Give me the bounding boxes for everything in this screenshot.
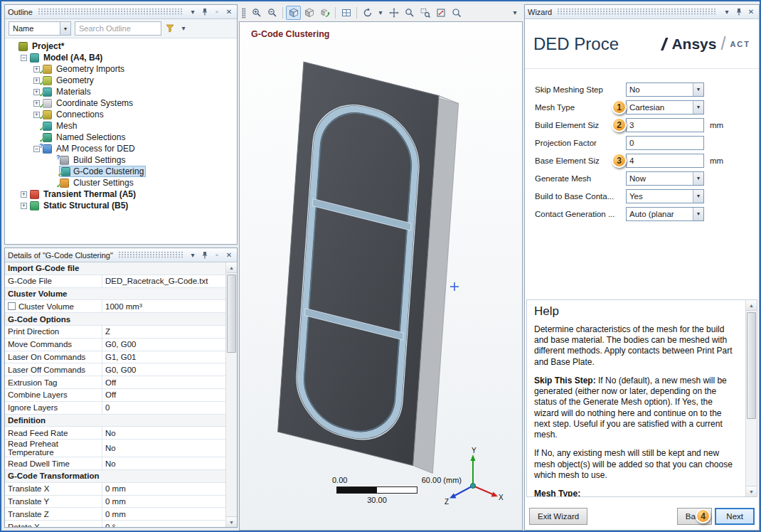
details-row[interactable]: Rotate X0 ° [5,521,225,527]
build-to-base-contact-select[interactable]: Yes ▾ [626,189,704,203]
dropdown-arrow-icon[interactable]: ▾ [693,172,703,185]
details-titlebar[interactable]: Details of "G-Code Clustering" ▾ ▫ ✕ [5,248,237,262]
panel-menu-icon[interactable]: ▾ [722,7,732,17]
details-row[interactable]: Read Feed RateNo [5,427,225,440]
dropdown-arrow-icon[interactable]: ▾ [693,208,703,220]
pin-icon[interactable] [200,250,210,260]
tree-item-am-process[interactable]: − ? AM Process for DED [5,143,237,154]
name-filter-combo[interactable]: Name ▾ [9,21,71,36]
tree-item-connections[interactable]: + ✓ Connections [5,109,237,120]
base-element-size-input[interactable]: 4 [626,154,704,168]
combo-arrow-icon[interactable]: ▾ [60,22,70,35]
close-icon[interactable]: ✕ [746,7,756,17]
expand-icon[interactable]: + [21,191,27,198]
details-row[interactable]: Translate X0 mm [5,483,225,496]
panel-menu-icon[interactable]: ▾ [188,7,198,17]
tree-item-model[interactable]: − Model (A4, B4) [5,52,237,63]
outline-titlebar[interactable]: Outline ▾ ▫ ✕ [5,5,237,19]
zoom-mode-button[interactable] [402,6,417,20]
details-row[interactable]: Laser On CommandsG1, G01 [5,351,225,364]
tree-item-build-settings[interactable]: ? Build Settings [5,154,237,166]
filter-icon[interactable] [165,23,175,33]
details-row[interactable]: G-Code FileDED_Racetrack_G-Code.txt [5,275,225,288]
zoom-box-button[interactable] [417,6,432,20]
collapse-icon[interactable]: − [21,55,27,61]
filter-arrow-icon[interactable]: ▾ [179,23,188,33]
scroll-down-icon[interactable]: ▼ [746,486,757,496]
restore-icon[interactable]: ▫ [212,7,222,17]
details-row[interactable]: Laser Off CommandsG0, G00 [5,363,225,376]
generate-mesh-select[interactable]: Now ▾ [626,171,704,186]
orientation-triad[interactable]: Y X Z [445,447,504,510]
pin-icon[interactable] [734,7,744,17]
zoom-out-button[interactable] [265,6,280,20]
iso-cube-icon [289,8,299,18]
zoom-in-button[interactable] [249,6,264,20]
toolbar-grip[interactable] [242,8,245,18]
search-input[interactable]: Search Outline [75,21,161,36]
restore-icon[interactable]: ▫ [212,250,222,260]
iso-view-button[interactable] [286,6,301,20]
scroll-thumb[interactable] [227,275,236,353]
tree-item-project[interactable]: Project* [5,41,237,52]
scroll-up-icon[interactable]: ▲ [746,300,757,311]
pan-button[interactable] [386,6,401,20]
dropdown-arrow-icon[interactable]: ▾ [693,101,703,114]
details-row[interactable]: Extrusion TagOff [5,376,225,389]
details-scrollbar[interactable]: ▲ ▼ [225,262,237,527]
details-row[interactable]: Ignore Layers0 [5,402,225,415]
look-at-button[interactable] [302,6,316,20]
details-row[interactable]: Translate Z0 mm [5,508,225,521]
rotate-options-icon[interactable]: ▾ [376,8,385,18]
scroll-up-icon[interactable]: ▲ [226,262,237,273]
projection-factor-input[interactable]: 0 [626,136,704,150]
graphics-viewport: ▾ ▾ G-Code Clustering [239,4,523,531]
panel-menu-icon[interactable]: ▾ [188,250,198,260]
rotate-button[interactable] [360,6,375,20]
details-row[interactable]: Print DirectionZ [5,326,225,339]
tree-item-mesh[interactable]: ✓ Mesh [5,120,237,132]
cluster-volume-checkbox[interactable] [8,302,16,310]
toolbar-overflow-icon[interactable]: ▾ [510,8,520,18]
pin-icon[interactable] [200,7,210,17]
exit-wizard-button[interactable]: Exit Wizard [529,508,587,525]
mesh-type-select[interactable]: Cartesian ▾ [626,100,704,115]
help-scrollbar[interactable]: ▲ ▼ [745,300,757,496]
details-row[interactable]: Cluster Volume1000 mm³ [5,300,225,313]
magnifier-window-button[interactable] [449,6,464,20]
close-icon[interactable]: ✕ [224,7,234,17]
scroll-thumb[interactable] [747,312,756,419]
tree-item-materials[interactable]: + ✓ Materials [5,86,237,97]
update-view-button[interactable] [317,6,332,20]
skip-meshing-step-select[interactable]: No ▾ [626,83,704,97]
tree-item-coordinate-systems[interactable]: + ✓ Coordinate Systems [5,97,237,109]
fit-view-button[interactable] [433,6,448,20]
titlebar-grip[interactable] [557,8,717,16]
details-row[interactable]: Combine LayersOff [5,389,225,402]
wizard-titlebar[interactable]: Wizard ▾ ✕ [525,5,759,19]
titlebar-grip[interactable] [118,251,183,259]
tree-item-transient-thermal[interactable]: + Transient Thermal (A5) [5,188,237,200]
expand-icon[interactable]: + [21,203,27,209]
details-row[interactable]: Move CommandsG0, G00 [5,339,225,351]
field-build-element-size: Build Element Siz 2 3 mm [525,116,759,134]
tree-item-gcode-clustering[interactable]: ✓ G-Code Clustering [5,166,237,177]
graphics-canvas[interactable]: G-Code Clustering [239,21,523,531]
viewports-button[interactable] [339,6,353,20]
tree-item-static-structural[interactable]: + Static Structural (B5) [5,200,237,211]
tree-item-geometry-imports[interactable]: + ✓ Geometry Imports [5,63,237,75]
contact-generation-select[interactable]: Auto (planar ▾ [626,207,704,221]
tree-item-cluster-settings[interactable]: ✓ Cluster Settings [5,177,237,188]
details-category-row: G-Code Options [5,313,225,326]
details-row[interactable]: Read Dwell TimeNo [5,457,225,470]
next-button[interactable]: Next [715,508,755,525]
tree-item-geometry[interactable]: + ✓ Geometry [5,75,237,86]
dropdown-arrow-icon[interactable]: ▾ [693,190,703,203]
build-element-size-input[interactable]: 3 [626,118,704,132]
details-row[interactable]: Read Preheat TemperatureNo [5,440,225,457]
dropdown-arrow-icon[interactable]: ▾ [693,83,703,96]
details-row[interactable]: Translate Y0 mm [5,496,225,509]
titlebar-grip[interactable] [38,8,183,16]
scroll-down-icon[interactable]: ▼ [226,516,237,527]
close-icon[interactable]: ✕ [224,250,234,260]
